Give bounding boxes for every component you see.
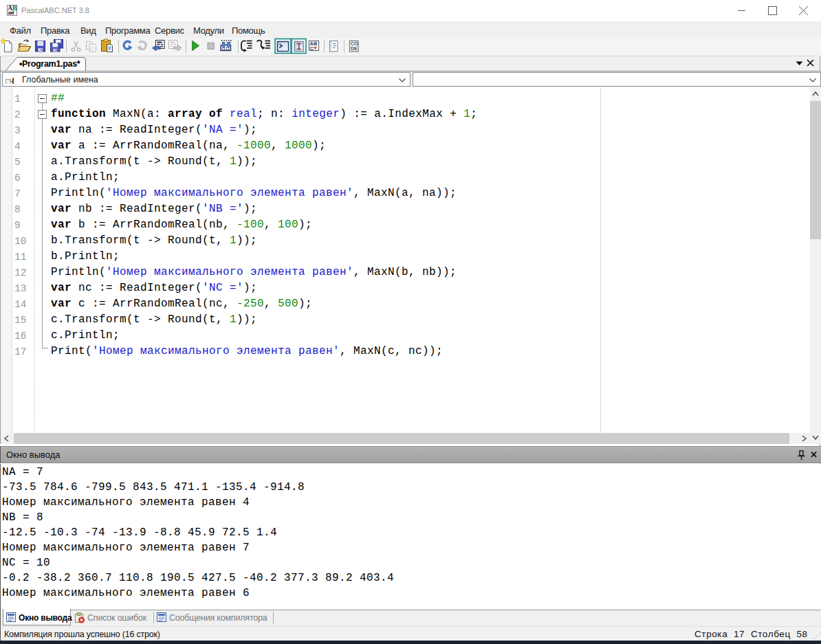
svg-text:DE: DE (351, 46, 358, 51)
svg-text:+: + (314, 44, 318, 52)
svg-text:CO: CO (351, 41, 358, 46)
svg-text:{ }: { } (12, 76, 14, 84)
